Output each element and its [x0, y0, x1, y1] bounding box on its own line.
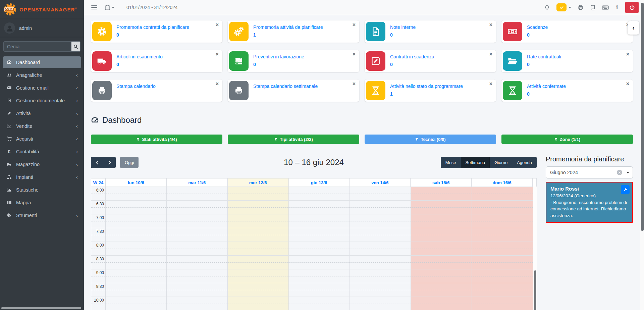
calendar-next-button[interactable] [103, 157, 116, 168]
calendar-scrollbar-thumb[interactable] [534, 270, 536, 310]
calendar-week-grid[interactable]: 6:006:307:007:308:008:309:009:3010:00 [91, 187, 537, 310]
close-icon[interactable]: × [626, 81, 629, 87]
caret-down-icon [112, 7, 114, 8]
close-icon[interactable]: × [216, 52, 219, 57]
filter-button-zone-1-1[interactable]: Zone (1/1) [501, 135, 633, 144]
close-icon[interactable]: × [216, 81, 219, 87]
sidebar-item-label: Gestione documentale [16, 98, 65, 103]
filter-button-tecnici-0-0[interactable]: Tecnici (0/0) [365, 135, 496, 144]
filter-button-stati-attivit-4-4[interactable]: Stati attività (4/4) [91, 135, 222, 144]
close-icon[interactable]: × [353, 52, 356, 57]
sidebar-item-gestione-documentale[interactable]: Gestione documentale‹ [3, 95, 81, 106]
widget-title-link[interactable]: Promemoria attività da pianificare [253, 24, 323, 30]
keyboard-shortcuts-icon[interactable] [602, 5, 609, 10]
calendar-view-mese[interactable]: Mese [441, 157, 461, 168]
day-header-link[interactable]: dom 16/6 [492, 180, 511, 185]
folder-icon [503, 51, 522, 71]
logout-power-button[interactable] [625, 2, 639, 13]
sidebar-item-statistiche[interactable]: Statistiche [3, 184, 81, 196]
widget-count: 1 [390, 91, 463, 97]
calendar-view-agenda[interactable]: Agenda [512, 157, 537, 168]
close-icon[interactable]: × [489, 52, 492, 57]
time-row-10-00: 10:00 [91, 297, 537, 310]
page-scrollbar[interactable] [640, 0, 644, 310]
widget-count: 0 [527, 91, 566, 97]
day-header-link[interactable]: mer 12/6 [249, 180, 267, 185]
docs-book-icon[interactable] [590, 5, 596, 10]
widget-title-link[interactable]: Promemoria contratti da pianificare [116, 24, 189, 30]
sidebar-item-strumenti[interactable]: Strumenti‹ [3, 209, 81, 221]
widget-title-link[interactable]: Contratti in scadenza [390, 54, 434, 59]
filter-button-label: Stati attività (4/4) [142, 137, 177, 142]
widget-card-promemoria-contratti-da-pianificare: Promemoria contratti da pianificare0× [91, 20, 222, 43]
close-icon[interactable]: × [353, 22, 356, 28]
calendar-view-settimana[interactable]: Settimana [461, 157, 490, 168]
promemoria-description: - Buongiorno, riscontriamo problemi di c… [550, 199, 628, 219]
topbar: 01/01/2024 - 31/12/2024 i [84, 0, 644, 15]
month-select[interactable]: Giugno 2024 ✕ [546, 166, 633, 178]
sidebar-item-mappa[interactable]: Mappa [3, 197, 81, 208]
sidebar-item-dashboard[interactable]: Dashboard [3, 56, 81, 68]
brand-link[interactable]: OSM OPENSTAMANAGER® [0, 0, 84, 19]
calendar-view-giorno[interactable]: Giorno [490, 157, 512, 168]
close-icon[interactable]: × [489, 81, 492, 87]
day-header-link[interactable]: sab 15/6 [432, 180, 449, 185]
page-scrollbar-thumb[interactable] [641, 3, 644, 231]
info-icon[interactable]: i [615, 4, 619, 11]
notifications-bell-icon[interactable] [544, 4, 550, 10]
calendar-today-button[interactable]: Oggi [120, 157, 139, 168]
week-number-link[interactable]: W 24 [93, 180, 103, 185]
time-row-6-30: 6:30 [91, 200, 537, 214]
promemoria-card[interactable]: Mario Rossi 12/06/2024 (Generico) - Buon… [546, 182, 633, 223]
sidebar-horizontal-scrollbar[interactable] [1, 307, 81, 309]
sidebar-item-anagrafiche[interactable]: Anagrafiche‹ [3, 69, 81, 81]
sidebar-item-attivit[interactable]: Attività‹ [3, 107, 81, 119]
widget-card-attivit-confermate: Attività confermate0× [501, 80, 633, 102]
hourglass-icon [503, 81, 522, 100]
widget-card-note-interne: Note interne0× [365, 20, 496, 43]
sidebar-item-acquisti[interactable]: Acquisti‹ [3, 133, 81, 145]
widget-count: 0 [253, 62, 304, 67]
sidebar-item-contabilit[interactable]: €Contabilità‹ [3, 146, 81, 157]
print-icon[interactable] [578, 4, 584, 10]
close-icon[interactable]: × [216, 22, 219, 28]
widget-title-link[interactable]: Scadenze [527, 24, 548, 30]
calendar-scrollbar[interactable] [533, 187, 537, 310]
sidebar-item-impianti[interactable]: Impianti‹ [3, 171, 81, 183]
widget-title-link[interactable]: Note interne [390, 24, 416, 30]
status-check-dropdown[interactable] [556, 3, 571, 11]
sidebar-item-magazzino[interactable]: Magazzino‹ [3, 158, 81, 170]
widget-title-link[interactable]: Articoli in esaurimento [116, 54, 163, 59]
hamburger-menu-icon[interactable] [91, 5, 97, 10]
power-icon [629, 5, 635, 10]
close-icon[interactable]: × [489, 22, 492, 28]
sidebar-item-vendite[interactable]: Vendite‹ [3, 120, 81, 132]
sidebar-item-label: Impianti [16, 174, 33, 180]
date-range-filter[interactable]: 01/01/2024 - 31/12/2024 [126, 5, 178, 10]
search-button[interactable] [71, 41, 80, 52]
widget-title-link[interactable]: Attività confermate [527, 84, 566, 89]
plan-activity-button[interactable] [621, 185, 630, 194]
day-header-link[interactable]: mar 11/6 [188, 180, 206, 185]
collapse-panel-handle[interactable]: ‹ [628, 21, 639, 35]
widget-title-link[interactable]: Preventivi in lavorazione [253, 54, 304, 59]
widget-title-link[interactable]: Stampa calendario settimanale [253, 84, 318, 89]
calendar-prev-button[interactable] [91, 157, 103, 168]
sidebar-item-gestione-email[interactable]: Gestione email‹ [3, 82, 81, 94]
clear-selection-icon[interactable]: ✕ [617, 170, 622, 175]
calendar-dropdown-button[interactable] [105, 5, 114, 10]
day-header-link[interactable]: gio 13/6 [311, 180, 327, 185]
close-icon[interactable]: × [353, 81, 356, 87]
filter-button-tipi-attivit-2-2[interactable]: Tipi attività (2/2) [228, 135, 359, 144]
time-label: 9:00 [91, 270, 104, 275]
widget-title-link[interactable]: Attività nello stato da programmare [390, 84, 463, 89]
chevron-left-icon: ‹ [76, 174, 78, 179]
widget-title-link[interactable]: Stampa calendario [116, 84, 156, 89]
search-input[interactable] [3, 41, 71, 52]
widget-title-link[interactable]: Rate contrattuali [527, 54, 561, 59]
close-icon[interactable]: × [626, 52, 629, 57]
day-header-link[interactable]: ven 14/6 [371, 180, 388, 185]
day-header-link[interactable]: lun 10/6 [128, 180, 144, 185]
filter-button-label: Tecnici (0/0) [421, 137, 445, 142]
promemoria-panel-title: Promemoria da pianificare [546, 155, 633, 163]
